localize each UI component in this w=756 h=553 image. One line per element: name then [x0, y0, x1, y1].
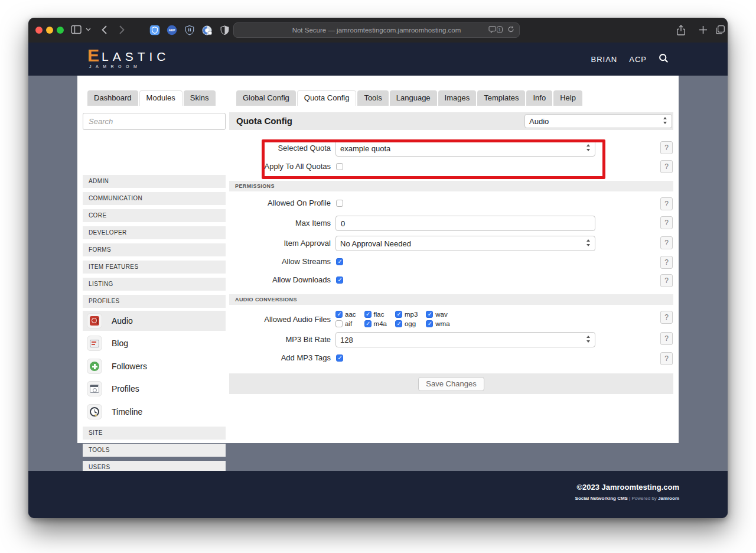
back-button[interactable]	[102, 25, 107, 34]
save-changes-button[interactable]: Save Changes	[418, 377, 484, 391]
tab-tools[interactable]: Tools	[357, 90, 388, 106]
tab-help[interactable]: Help	[553, 90, 582, 106]
content-panel: Dashboard Modules Skins Global Config Qu…	[77, 76, 679, 443]
sidebar-category-profiles[interactable]: PROFILES	[83, 295, 226, 308]
mp3-checkbox[interactable]	[395, 311, 402, 318]
audio-format-aac[interactable]: aac	[335, 311, 356, 318]
tab-overview-icon[interactable]	[715, 25, 725, 35]
page-title: Quota Config	[236, 112, 292, 130]
form-header-bar: Quota Config Audio	[229, 112, 673, 130]
module-tab-group: Dashboard Modules Skins	[87, 90, 216, 106]
search-input[interactable]	[83, 113, 226, 130]
minimize-window-button[interactable]	[46, 27, 53, 34]
forward-button[interactable]	[119, 25, 125, 34]
item-approval-select[interactable]: No Approval Needed	[335, 236, 595, 251]
sidebar-category-admin[interactable]: ADMIN	[83, 175, 226, 188]
tab-quota-config[interactable]: Quota Config	[297, 90, 357, 106]
address-text: Not Secure — jamroomtestingcom.jamroomho…	[292, 27, 461, 34]
sidebar-item-blog[interactable]: Blog	[83, 333, 226, 353]
user-menu-link[interactable]: BRIAN	[591, 55, 618, 64]
sidebar-category-core[interactable]: CORE	[83, 209, 226, 222]
apply-all-quotas-label: Apply To All Quotas	[229, 162, 331, 171]
wav-checkbox[interactable]	[426, 311, 433, 318]
search-icon[interactable]	[659, 53, 669, 66]
help-button-apply-all[interactable]: ?	[660, 160, 673, 173]
footer-copyright: ©2023 Jamroomtesting.com	[576, 483, 679, 492]
help-button-allow-streams[interactable]: ?	[660, 256, 673, 269]
acp-link[interactable]: ACP	[629, 55, 647, 64]
selected-quota-select[interactable]: example quota	[335, 140, 595, 157]
help-button-add-mp3-tags[interactable]: ?	[660, 352, 673, 365]
share-icon[interactable]	[676, 25, 686, 35]
flac-checkbox[interactable]	[364, 311, 372, 318]
audio-format-aif[interactable]: aif	[335, 320, 356, 327]
help-button-allowed-audio-files[interactable]: ?	[660, 311, 673, 324]
tab-skins[interactable]: Skins	[184, 90, 216, 106]
badge-count: 1	[497, 26, 503, 33]
extension-adguard-icon[interactable]	[201, 25, 213, 36]
audio-module-icon	[87, 313, 102, 328]
module-selector-select[interactable]: Audio	[524, 114, 672, 128]
allow-streams-checkbox[interactable]	[336, 258, 343, 265]
help-button-mp3-bit-rate[interactable]: ?	[660, 332, 673, 345]
help-button-item-approval[interactable]: ?	[660, 236, 673, 249]
blocked-count-badge-icon[interactable]: 1	[488, 26, 503, 33]
tab-global-config[interactable]: Global Config	[236, 90, 296, 106]
tab-templates[interactable]: Templates	[477, 90, 525, 106]
audio-format-wma[interactable]: wma	[426, 320, 449, 327]
audio-format-flac[interactable]: flac	[364, 311, 387, 318]
sidebar-item-followers[interactable]: Followers	[83, 356, 226, 376]
new-tab-icon[interactable]	[699, 25, 708, 34]
sidebar-category-developer[interactable]: DEVELOPER	[83, 226, 226, 239]
tab-images[interactable]: Images	[438, 90, 477, 106]
extension-abp-icon[interactable]: ABP	[167, 25, 177, 35]
sidebar-category-tools[interactable]: TOOLS	[83, 444, 226, 457]
sidebar-category-listing[interactable]: LISTING	[83, 278, 226, 291]
sidebar-category-communication[interactable]: COMMUNICATION	[83, 192, 226, 205]
wma-checkbox[interactable]	[426, 320, 433, 327]
address-bar[interactable]: Not Secure — jamroomtestingcom.jamroomho…	[233, 22, 520, 38]
extension-shield-blue-icon[interactable]	[149, 25, 160, 35]
mp3-bit-rate-select[interactable]: 128	[335, 332, 595, 347]
aif-checkbox[interactable]	[335, 320, 343, 327]
help-button-allow-downloads[interactable]: ?	[660, 274, 673, 287]
tab-dashboard[interactable]: Dashboard	[87, 90, 138, 106]
extension-half-shield-icon[interactable]	[220, 25, 230, 35]
audio-format-mp3[interactable]: mp3	[395, 311, 418, 318]
allowed-audio-files-group: aac flac mp3 wav aif m4a ogg wma	[335, 311, 450, 327]
audio-format-wav[interactable]: wav	[426, 311, 449, 318]
help-button-selected-quota[interactable]: ?	[660, 141, 673, 154]
chevron-down-icon[interactable]	[86, 28, 91, 31]
extension-pause-shield-icon[interactable]	[184, 25, 195, 35]
close-window-button[interactable]	[35, 27, 43, 34]
config-tab-group: Global Config Quota Config Tools Languag…	[236, 90, 582, 106]
tab-modules[interactable]: Modules	[139, 90, 183, 106]
sidebar-category-forms[interactable]: FORMS	[83, 243, 226, 256]
aac-checkbox[interactable]	[335, 311, 343, 318]
zoom-window-button[interactable]	[57, 27, 64, 34]
audio-format-m4a[interactable]: m4a	[364, 320, 387, 327]
sidebar-toggle-icon[interactable]	[71, 25, 82, 34]
tab-language[interactable]: Language	[390, 90, 437, 106]
site-footer: ©2023 Jamroomtesting.com Social Networki…	[28, 471, 728, 518]
ogg-checkbox[interactable]	[395, 320, 402, 327]
add-mp3-tags-checkbox[interactable]	[336, 354, 343, 362]
reload-icon[interactable]	[507, 25, 514, 33]
followers-module-icon	[87, 359, 102, 374]
allowed-on-profile-checkbox[interactable]	[336, 200, 343, 207]
help-button-allowed-on-profile[interactable]: ?	[660, 197, 673, 210]
audio-format-ogg[interactable]: ogg	[395, 320, 418, 327]
site-logo[interactable]: E LASTIC JAMROOM	[87, 47, 170, 69]
sidebar-category-site[interactable]: SITE	[83, 427, 226, 440]
sidebar-item-audio[interactable]: Audio	[83, 311, 226, 331]
sidebar-item-timeline[interactable]: Timeline	[83, 402, 226, 422]
allow-downloads-checkbox[interactable]	[336, 276, 343, 284]
max-items-input[interactable]	[335, 216, 595, 231]
help-button-max-items[interactable]: ?	[660, 216, 673, 229]
footer-jamroom-link[interactable]: Jamroom	[658, 496, 679, 501]
m4a-checkbox[interactable]	[364, 320, 372, 327]
sidebar-category-item-features[interactable]: ITEM FEATURES	[83, 261, 226, 274]
sidebar-item-profiles[interactable]: Profiles	[83, 379, 226, 399]
apply-all-quotas-checkbox[interactable]	[336, 163, 343, 170]
tab-info[interactable]: Info	[526, 90, 552, 106]
